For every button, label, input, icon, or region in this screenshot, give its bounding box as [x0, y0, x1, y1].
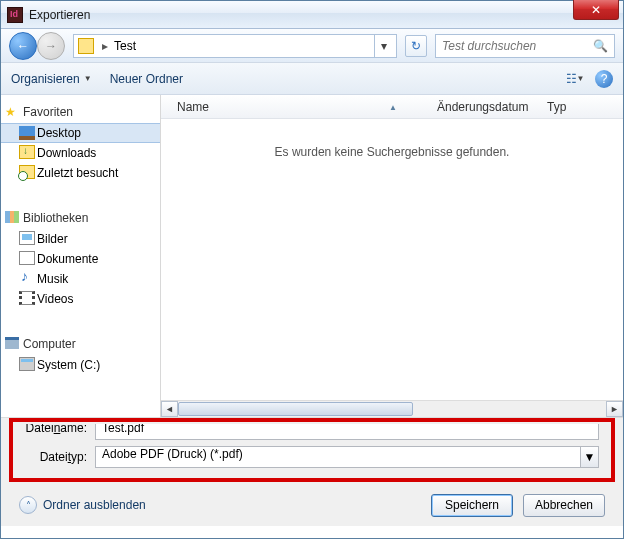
- column-headers: Name ▲ Änderungsdatum Typ: [161, 95, 623, 119]
- breadcrumb[interactable]: ▸ Test ▾: [73, 34, 397, 58]
- refresh-icon: ↻: [411, 39, 421, 53]
- breadcrumb-segment[interactable]: Test: [114, 39, 136, 53]
- documents-icon: [19, 251, 35, 265]
- computer-icon: [5, 337, 19, 349]
- forward-button: →: [37, 32, 65, 60]
- sidebar-item-videos[interactable]: Videos: [1, 289, 160, 309]
- sidebar-item-music[interactable]: Musik: [1, 269, 160, 289]
- arrow-left-icon: ←: [17, 39, 29, 53]
- scroll-left-button[interactable]: ◄: [161, 401, 178, 417]
- sidebar: ★ Favoriten Desktop Downloads Zuletzt be…: [1, 95, 161, 417]
- filetype-dropdown-button[interactable]: ▼: [581, 446, 599, 468]
- chevron-down-icon: ▼: [584, 450, 596, 464]
- sidebar-item-pictures[interactable]: Bilder: [1, 229, 160, 249]
- filetype-label: Dateityp:: [25, 450, 95, 464]
- help-icon: ?: [601, 72, 608, 86]
- sidebar-group-favorites[interactable]: ★ Favoriten: [1, 101, 160, 123]
- cancel-button[interactable]: Abbrechen: [523, 494, 605, 517]
- refresh-button[interactable]: ↻: [405, 35, 427, 57]
- sidebar-item-desktop[interactable]: Desktop: [1, 123, 160, 143]
- recent-icon: [19, 165, 35, 179]
- organize-menu[interactable]: Organisieren ▼: [11, 72, 92, 86]
- sidebar-item-documents[interactable]: Dokumente: [1, 249, 160, 269]
- chevron-down-icon: ▼: [577, 74, 585, 83]
- videos-icon: [19, 291, 35, 305]
- search-box[interactable]: 🔍: [435, 34, 615, 58]
- filetype-row: Dateityp: Adobe PDF (Druck) (*.pdf) ▼: [25, 446, 599, 468]
- filename-input[interactable]: Test.pdf: [95, 424, 599, 440]
- star-icon: ★: [5, 105, 16, 119]
- search-input[interactable]: [442, 39, 608, 53]
- footer: ˄ Ordner ausblenden Speichern Abbrechen: [1, 484, 623, 526]
- filename-row: Dateiname: Test.pdf: [25, 424, 599, 440]
- column-modified[interactable]: Änderungsdatum: [437, 100, 547, 114]
- scroll-track[interactable]: [178, 401, 606, 417]
- filename-label: Dateiname:: [25, 424, 95, 440]
- file-list-pane: Name ▲ Änderungsdatum Typ Es wurden kein…: [161, 95, 623, 417]
- search-icon: 🔍: [593, 39, 608, 53]
- sidebar-item-downloads[interactable]: Downloads: [1, 143, 160, 163]
- folder-icon: [78, 38, 94, 54]
- new-folder-button[interactable]: Neuer Ordner: [110, 72, 183, 86]
- arrow-right-icon: →: [45, 39, 57, 53]
- chevron-down-icon: ▼: [84, 74, 92, 83]
- back-button[interactable]: ←: [9, 32, 37, 60]
- toolbar: Organisieren ▼ Neuer Ordner ☷ ▼ ?: [1, 63, 623, 95]
- sort-asc-icon: ▲: [389, 103, 397, 112]
- column-name[interactable]: Name ▲: [177, 100, 437, 114]
- titlebar: Exportieren ✕: [1, 1, 623, 29]
- view-icon: ☷: [566, 72, 577, 86]
- empty-results-message: Es wurden keine Suchergebnisse gefunden.: [161, 119, 623, 159]
- filename-panel: Dateiname: Test.pdf Dateityp: Adobe PDF …: [1, 417, 623, 484]
- chevron-right-icon: ▸: [96, 39, 114, 53]
- chevron-up-icon: ˄: [19, 496, 37, 514]
- hide-folders-toggle[interactable]: ˄ Ordner ausblenden: [19, 496, 146, 514]
- drive-icon: [19, 357, 35, 371]
- column-type[interactable]: Typ: [547, 100, 587, 114]
- help-button[interactable]: ?: [595, 70, 613, 88]
- nav-bar: ← → ▸ Test ▾ ↻ 🔍: [1, 29, 623, 63]
- downloads-icon: [19, 145, 35, 159]
- breadcrumb-dropdown[interactable]: ▾: [374, 35, 392, 57]
- close-icon: ✕: [591, 3, 601, 17]
- window-title: Exportieren: [29, 8, 90, 22]
- libraries-icon: [5, 211, 19, 223]
- sidebar-item-system-c[interactable]: System (C:): [1, 355, 160, 375]
- indesign-icon: [7, 7, 23, 23]
- desktop-icon: [19, 126, 35, 140]
- scroll-right-button[interactable]: ►: [606, 401, 623, 417]
- pictures-icon: [19, 231, 35, 245]
- close-button[interactable]: ✕: [573, 0, 619, 20]
- music-icon: [19, 271, 35, 285]
- export-dialog: Exportieren ✕ ← → ▸ Test ▾ ↻ 🔍: [0, 0, 624, 539]
- horizontal-scrollbar[interactable]: ◄ ►: [161, 400, 623, 417]
- main-area: ★ Favoriten Desktop Downloads Zuletzt be…: [1, 95, 623, 417]
- view-options-button[interactable]: ☷ ▼: [563, 68, 587, 90]
- scroll-thumb[interactable]: [178, 402, 413, 416]
- sidebar-item-recent[interactable]: Zuletzt besucht: [1, 163, 160, 183]
- filetype-combo[interactable]: Adobe PDF (Druck) (*.pdf): [95, 446, 581, 468]
- sidebar-group-libraries[interactable]: Bibliotheken: [1, 207, 160, 229]
- save-button[interactable]: Speichern: [431, 494, 513, 517]
- chevron-down-icon: ▾: [381, 39, 387, 53]
- sidebar-group-computer[interactable]: Computer: [1, 333, 160, 355]
